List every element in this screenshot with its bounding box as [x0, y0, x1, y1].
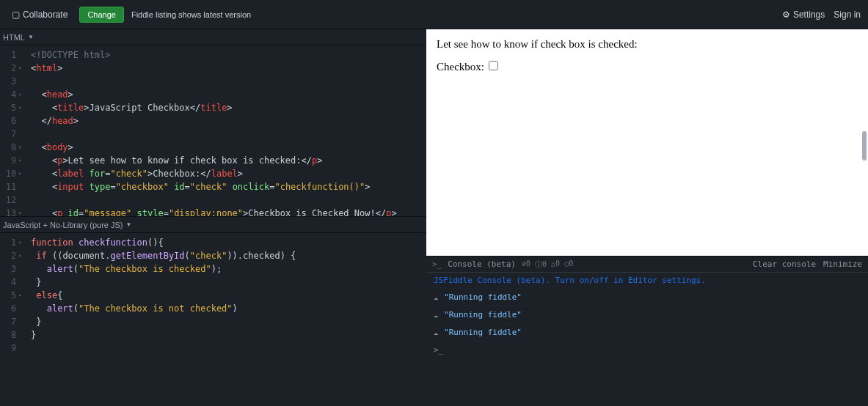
scrollbar-thumb[interactable]	[862, 131, 867, 160]
console-log-row: ☁"Running fiddle"	[426, 306, 868, 324]
cloud-icon: ☁	[434, 328, 438, 336]
js-pane: JavaScript + No-Library (pure JS) ▼ 1▸2▸…	[0, 217, 426, 406]
console-log-text: "Running fiddle"	[444, 328, 522, 337]
topbar: ▢ Collaborate Change Fiddle listing show…	[0, 0, 868, 29]
clear-console-button[interactable]: Clear console	[753, 259, 816, 269]
preview-pane[interactable]: Let see how to know if check box is chec…	[426, 29, 868, 256]
signin-link[interactable]: Sign in	[834, 10, 861, 20]
minimize-console-button[interactable]: Minimize	[823, 259, 862, 269]
preview-checkbox-row: Checkbox:	[437, 61, 858, 73]
html-code[interactable]: <!DOCTYPE html> <html> <head> <title>Jav…	[26, 45, 426, 216]
console-stats: ⊘0 ⓘ0 △0 ○0	[522, 259, 573, 270]
cloud-icon: ☁	[434, 311, 438, 319]
console-stat-warn-icon: △0	[551, 259, 560, 270]
console-stat-error-icon: ⊘0	[522, 259, 530, 270]
right-column: Let see how to know if check box is chec…	[426, 29, 868, 406]
html-editor[interactable]: 1 2▸3 4▸5▸6 7 8▸9▸10▸11 12 13▸14 15 16 <…	[0, 45, 426, 216]
console-header: >_ Console (beta) ⊘0 ⓘ0 △0 ○0 Clear cons…	[426, 256, 868, 273]
settings-label: Settings	[793, 10, 825, 20]
preview-checkbox[interactable]	[489, 61, 498, 70]
console-input-prompt[interactable]: >_	[426, 342, 868, 358]
preview-checkbox-label: Checkbox:	[437, 61, 484, 73]
chevron-down-icon: ▼	[28, 34, 34, 40]
js-pane-label: JavaScript + No-Library (pure JS)	[3, 221, 123, 229]
html-gutter: 1 2▸3 4▸5▸6 7 8▸9▸10▸11 12 13▸14 15 16	[0, 45, 26, 216]
console-header-right: Clear console Minimize	[753, 259, 862, 269]
console-info: JSFiddle Console (beta). Turn on/off in …	[426, 273, 868, 289]
js-editor[interactable]: 1▸2▸3 4 5▸6 7 8 9 function checkfunction…	[0, 233, 426, 406]
js-pane-header[interactable]: JavaScript + No-Library (pure JS) ▼	[0, 217, 426, 233]
settings-link[interactable]: ⚙ Settings	[782, 10, 825, 20]
html-pane: HTML ▼ 1 2▸3 4▸5▸6 7 8▸9▸10▸11 12 13▸14 …	[0, 29, 426, 217]
topbar-right: ⚙ Settings Sign in	[782, 10, 861, 20]
fiddle-listing-message: Fiddle listing shows latest version	[131, 10, 251, 19]
console-header-left: >_ Console (beta) ⊘0 ⓘ0 △0 ○0	[432, 259, 573, 270]
console-log-text: "Running fiddle"	[444, 310, 522, 320]
console-stat-info-icon: ⓘ0	[535, 259, 547, 270]
html-pane-header[interactable]: HTML ▼	[0, 29, 426, 45]
topbar-left: ▢ Collaborate Change Fiddle listing show…	[7, 7, 251, 23]
change-button[interactable]: Change	[79, 7, 124, 23]
preview-paragraph: Let see how to know if check box is chec…	[437, 38, 858, 51]
collaborate-icon: ▢	[12, 10, 20, 20]
console-log-row: ☁"Running fiddle"	[426, 289, 868, 306]
main: HTML ▼ 1 2▸3 4▸5▸6 7 8▸9▸10▸11 12 13▸14 …	[0, 29, 868, 406]
chevron-down-icon: ▼	[126, 221, 132, 228]
console-log-text: "Running fiddle"	[444, 292, 522, 302]
left-column: HTML ▼ 1 2▸3 4▸5▸6 7 8▸9▸10▸11 12 13▸14 …	[0, 29, 426, 406]
console-log-row: ☁"Running fiddle"	[426, 324, 868, 342]
collaborate-button[interactable]: ▢ Collaborate	[7, 7, 72, 23]
js-gutter: 1▸2▸3 4 5▸6 7 8 9	[0, 233, 26, 406]
js-code[interactable]: function checkfunction(){ if ((document.…	[26, 233, 426, 406]
console-prompt-icon: >_	[432, 259, 442, 269]
collaborate-label: Collaborate	[23, 10, 68, 20]
console-pane: >_ Console (beta) ⊘0 ⓘ0 △0 ○0 Clear cons…	[426, 256, 868, 406]
console-stat-log-icon: ○0	[564, 259, 573, 270]
console-title: Console (beta)	[448, 259, 516, 269]
console-body: JSFiddle Console (beta). Turn on/off in …	[426, 273, 868, 406]
cloud-icon: ☁	[434, 293, 438, 301]
settings-icon: ⚙	[782, 10, 790, 20]
html-pane-label: HTML	[3, 33, 25, 42]
